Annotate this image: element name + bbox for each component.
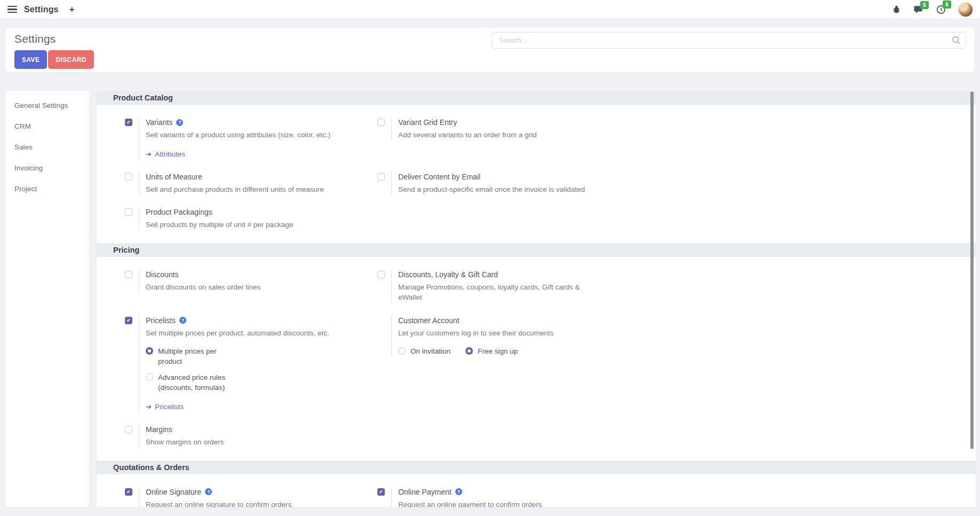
activities-clock-icon[interactable]: 6 (936, 5, 946, 14)
radio-selected[interactable] (465, 347, 473, 355)
checkbox-variant-grid-entry[interactable] (377, 119, 385, 126)
checkbox-online-signature[interactable]: ✔ (125, 488, 132, 496)
checkbox-margins[interactable] (125, 426, 132, 433)
checkbox-deliver-content-by-email[interactable] (377, 173, 385, 181)
header-actions: SAVE DISCARD (14, 50, 94, 69)
setting-product-packagings: Product PackagingsSell products by multi… (125, 207, 377, 230)
link-label: Pricelists (155, 402, 184, 412)
checkbox-online-payment[interactable]: ✔ (377, 488, 385, 496)
setting-description: Grant discounts on sales order lines (146, 282, 377, 293)
setting-label: Variants (146, 118, 172, 127)
settings-row: Product PackagingsSell products by multi… (97, 207, 976, 230)
search-bar (491, 32, 966, 49)
save-button[interactable]: SAVE (14, 50, 47, 69)
radio-option-advanced-price-rules-discounts-formulas[interactable]: Advanced price rules (discounts, formula… (146, 372, 377, 393)
arrow-right-icon: ➔ (146, 149, 152, 159)
radio-label: Advanced price rules (discounts, formula… (158, 372, 225, 393)
setting-label: Discounts, Loyalty & Gift Card (398, 270, 498, 279)
checkbox-pricelists[interactable]: ✔ (125, 317, 132, 324)
checkbox-variants[interactable]: ✔ (125, 119, 132, 126)
settings-row: DiscountsGrant discounts on sales order … (97, 270, 976, 303)
sidebar-item-general-settings[interactable]: General Settings (5, 95, 89, 116)
radio-selected[interactable] (146, 347, 153, 355)
help-question-icon[interactable]: ? (179, 317, 186, 324)
settings-header-card: Settings SAVE DISCARD (5, 28, 975, 72)
setting-pricelists: ✔Pricelists?Set multiple prices per prod… (125, 316, 377, 412)
settings-row: MarginsShow margins on orders (97, 425, 976, 448)
sidebar-item-crm[interactable]: CRM (5, 116, 89, 137)
sidebar-item-sales[interactable]: Sales (5, 137, 89, 158)
setting-customer-account: Customer AccountLet your customers log i… (377, 316, 630, 356)
radio-group: On invitationFree sign up (398, 346, 630, 357)
navbar-systray: 5 6 (892, 3, 973, 17)
setting-label: Discounts (146, 270, 178, 279)
setting-label: Deliver Content by Email (398, 172, 480, 182)
setting-label: Customer Account (398, 316, 459, 325)
debug-bug-icon[interactable] (892, 5, 901, 14)
section-header-pricing: Pricing (97, 243, 976, 257)
messages-count-badge: 5 (920, 1, 929, 9)
setting-description: Set multiple prices per product, automat… (146, 328, 377, 339)
help-question-icon[interactable]: ? (455, 488, 462, 495)
settings-row: ✔Online Signature?Request an online sign… (97, 487, 976, 507)
navbar-app-title: Settings (24, 5, 59, 14)
settings-row: ✔Pricelists?Set multiple prices per prod… (97, 316, 976, 412)
checkbox-product-packagings[interactable] (125, 208, 132, 216)
setting-discounts: DiscountsGrant discounts on sales order … (125, 270, 377, 293)
setting-deliver-content-by-email: Deliver Content by EmailSend a product-s… (377, 172, 630, 195)
sidebar-item-invoicing[interactable]: Invoicing (5, 158, 89, 178)
section-header-product-catalog: Product Catalog (97, 91, 976, 105)
setting-units-of-measure: Units of MeasureSell and purchase produc… (125, 172, 377, 195)
user-avatar[interactable] (959, 3, 973, 17)
vertical-scrollbar[interactable] (970, 92, 974, 449)
new-tab-icon[interactable]: + (69, 5, 75, 14)
radio-unselected[interactable] (146, 373, 153, 381)
settings-row: ✔Variants?Sell variants of a product usi… (97, 118, 976, 159)
setting-description: Sell and purchase products in different … (146, 184, 377, 195)
arrow-right-icon: ➔ (146, 402, 152, 412)
link-pricelists[interactable]: ➔Pricelists (146, 402, 377, 412)
search-icon[interactable] (952, 36, 961, 47)
setting-description: Send a product-specific email once the i… (398, 184, 630, 195)
setting-description: Manage Promotions, coupons, loyalty card… (398, 282, 630, 303)
setting-margins: MarginsShow margins on orders (125, 425, 377, 448)
setting-description: Request an online signature to confirm o… (146, 499, 377, 507)
help-question-icon[interactable]: ? (176, 119, 183, 126)
setting-description: Let your customers log in to see their d… (398, 328, 630, 339)
settings-row: Units of MeasureSell and purchase produc… (97, 172, 976, 195)
page-title: Settings (14, 33, 56, 45)
setting-label: Pricelists (146, 316, 176, 325)
setting-discounts-loyalty-gift-card: Discounts, Loyalty & Gift CardManage Pro… (377, 270, 630, 303)
messages-icon[interactable]: 5 (914, 5, 923, 14)
setting-description: Sell variants of a product using attribu… (146, 130, 377, 140)
setting-variants: ✔Variants?Sell variants of a product usi… (125, 118, 377, 159)
setting-label: Variant Grid Entry (398, 118, 457, 127)
setting-label: Product Packagings (146, 207, 212, 217)
checkbox-discounts-loyalty-gift-card[interactable] (377, 271, 385, 278)
radio-option-multiple-prices-per-product[interactable]: Multiple prices per product (146, 346, 377, 367)
radio-option-free-sign-up[interactable]: Free sign up (465, 346, 518, 357)
radio-group: Multiple prices per productAdvanced pric… (146, 346, 377, 393)
setting-description: Show margins on orders (146, 437, 377, 448)
setting-label: Units of Measure (146, 172, 202, 182)
setting-description: Sell products by multiple of unit # per … (146, 220, 377, 230)
radio-unselected[interactable] (398, 347, 406, 355)
settings-panel: Product Catalog✔Variants?Sell variants o… (97, 91, 976, 507)
activities-count-badge: 6 (943, 1, 951, 9)
checkbox-discounts[interactable] (125, 271, 132, 278)
discard-button[interactable]: DISCARD (48, 50, 93, 69)
settings-sidebar: General SettingsCRMSalesInvoicingProject (5, 91, 89, 507)
top-navbar: Settings + 5 6 (0, 0, 980, 19)
radio-label: On invitation (410, 346, 451, 357)
sidebar-item-project[interactable]: Project (5, 178, 89, 199)
radio-label: Free sign up (478, 346, 518, 357)
checkbox-units-of-measure[interactable] (125, 173, 132, 181)
setting-online-payment: ✔Online Payment?Request an online paymen… (377, 487, 630, 507)
setting-variant-grid-entry: Variant Grid EntryAdd several variants t… (377, 118, 630, 140)
apps-menu-icon[interactable] (7, 6, 17, 13)
setting-description: Request an online payment to confirm ord… (398, 499, 630, 507)
radio-option-on-invitation[interactable]: On invitation (398, 346, 451, 357)
search-input[interactable] (491, 32, 966, 49)
help-question-icon[interactable]: ? (205, 488, 212, 495)
link-attributes[interactable]: ➔Attributes (146, 149, 377, 159)
